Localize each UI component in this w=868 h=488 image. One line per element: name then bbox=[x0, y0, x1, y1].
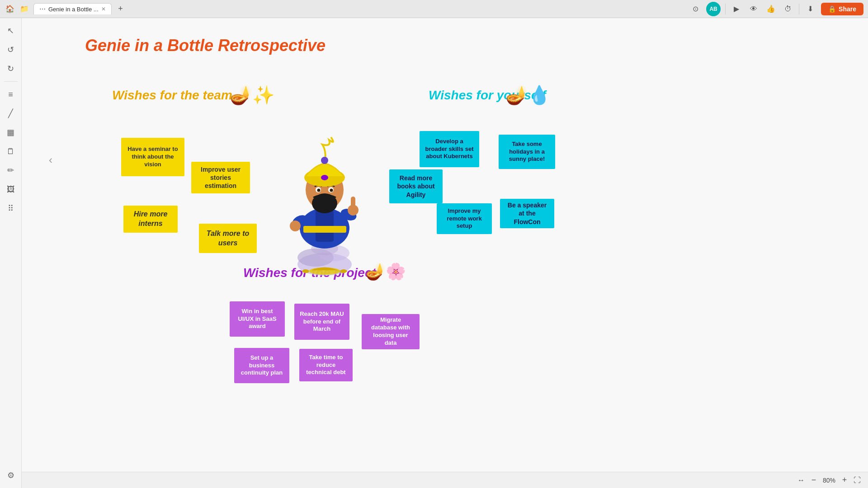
svg-point-20 bbox=[321, 175, 328, 180]
image-icon[interactable]: 🖼 bbox=[3, 181, 19, 197]
svg-rect-6 bbox=[303, 226, 346, 233]
sticky-team-4[interactable]: Talk more to users bbox=[199, 224, 257, 253]
settings-icon[interactable]: ⚙ bbox=[3, 467, 19, 483]
sticky-yourself-4[interactable]: Improve my remote work setup bbox=[437, 203, 492, 234]
tab-menu-icon: ⋯ bbox=[39, 5, 46, 13]
share-button[interactable]: 🔒 Share bbox=[821, 3, 863, 15]
cursor-icon[interactable]: ↖ bbox=[3, 23, 19, 39]
sticky-project-2[interactable]: Reach 20k MAU before end of March bbox=[294, 304, 349, 340]
sticky-yourself-1[interactable]: Develop a broader skills set about Kuber… bbox=[420, 131, 479, 167]
table-icon[interactable]: ▦ bbox=[3, 124, 19, 141]
zoom-out-button[interactable]: − bbox=[808, 475, 819, 486]
sticky-team-1[interactable]: Have a seminar to think about the vision bbox=[121, 138, 184, 176]
top-bar-left: 🏠 📁 ⋯ Genie in a Bottle ... ✕ + bbox=[5, 3, 685, 14]
top-bar: 🏠 📁 ⋯ Genie in a Bottle ... ✕ + ⊙ AB ▶ 👁… bbox=[0, 0, 868, 18]
timer-icon[interactable]: ⏱ bbox=[782, 3, 794, 15]
redo-icon[interactable]: ↻ bbox=[3, 61, 19, 77]
top-bar-right: ⊙ AB ▶ 👁 👍 ⏱ ⬇ 🔒 Share bbox=[689, 2, 863, 16]
like-icon[interactable]: 👍 bbox=[764, 3, 777, 15]
lock-icon: 🔒 bbox=[828, 5, 836, 13]
lamp-icon-team: 🪔✨ bbox=[230, 84, 275, 106]
sticky-yourself-3[interactable]: Read more books about Agility bbox=[389, 169, 443, 203]
canvas-area[interactable]: Genie in a Bottle Retrospective ‹ Wishes… bbox=[22, 18, 868, 488]
undo-icon[interactable]: ↺ bbox=[3, 42, 19, 58]
fullscreen-icon[interactable]: ⛶ bbox=[854, 476, 861, 484]
download-icon[interactable]: ⬇ bbox=[804, 3, 816, 15]
sticky-project-1[interactable]: Win in best UI/UX in SaaS award bbox=[230, 301, 285, 337]
sticky-team-2[interactable]: Improve user stories estimation bbox=[191, 162, 250, 193]
sticky-team-3[interactable]: Hire more interns bbox=[123, 206, 178, 233]
nav-arrow-left[interactable]: ‹ bbox=[49, 154, 52, 166]
lamp-icon-yourself: 🪔💧 bbox=[505, 84, 551, 106]
fit-width-icon[interactable]: ↔ bbox=[797, 476, 805, 484]
sticky-project-4[interactable]: Set up a business continuity plan bbox=[234, 348, 289, 383]
focus-icon[interactable]: ⊙ bbox=[689, 3, 702, 15]
main-layout: ↖ ↺ ↻ ≡ ╱ ▦ 🗒 ✏ 🖼 ⠿ ⚙ Genie in a Bottle … bbox=[0, 18, 868, 488]
tab-close-icon[interactable]: ✕ bbox=[101, 6, 106, 12]
svg-point-17 bbox=[330, 189, 333, 192]
genie-illustration bbox=[264, 106, 386, 282]
sticky-yourself-5[interactable]: Be a speaker at the FlowCon bbox=[500, 199, 554, 228]
sticky-project-5[interactable]: Take time to reduce technical debt bbox=[299, 349, 353, 381]
home-icon[interactable]: 🏠 bbox=[5, 4, 15, 14]
svg-rect-11 bbox=[351, 197, 355, 212]
left-sidebar: ↖ ↺ ↻ ≡ ╱ ▦ 🗒 ✏ 🖼 ⠿ ⚙ bbox=[0, 18, 22, 488]
avatar[interactable]: AB bbox=[706, 2, 721, 16]
pen-icon[interactable]: ✏ bbox=[3, 162, 19, 178]
page-title: Genie in a Bottle Retrospective bbox=[85, 36, 326, 55]
eye-icon[interactable]: 👁 bbox=[747, 3, 760, 15]
sticky-yourself-2[interactable]: Take some holidays in a sunny place! bbox=[499, 135, 555, 169]
sticky-icon[interactable]: 🗒 bbox=[3, 143, 19, 160]
zoom-in-button[interactable]: + bbox=[839, 475, 850, 486]
tab-label: Genie in a Bottle ... bbox=[48, 6, 99, 13]
bottom-bar: ↔ − 80% + ⛶ bbox=[22, 472, 868, 488]
play-icon[interactable]: ▶ bbox=[730, 3, 743, 15]
svg-point-9 bbox=[290, 221, 301, 231]
zoom-level: 80% bbox=[823, 477, 835, 484]
zoom-controls: ↔ − 80% + ⛶ bbox=[797, 475, 861, 486]
svg-point-19 bbox=[321, 157, 328, 164]
divider2 bbox=[799, 4, 799, 14]
active-tab[interactable]: ⋯ Genie in a Bottle ... ✕ bbox=[33, 3, 112, 14]
line-icon[interactable]: ╱ bbox=[3, 105, 19, 122]
sidebar-sep1 bbox=[4, 81, 18, 82]
share-label: Share bbox=[839, 5, 856, 13]
add-tab-button[interactable]: + bbox=[115, 4, 126, 14]
divider bbox=[725, 4, 726, 14]
text-icon[interactable]: ≡ bbox=[3, 86, 19, 103]
section-label-team: Wishes for the team bbox=[112, 88, 232, 103]
sticky-project-3[interactable]: Migrate database with loosing user data bbox=[362, 314, 420, 349]
svg-point-16 bbox=[317, 189, 321, 192]
dots-icon[interactable]: ⠿ bbox=[3, 200, 19, 216]
folder-icon[interactable]: 📁 bbox=[19, 4, 30, 14]
